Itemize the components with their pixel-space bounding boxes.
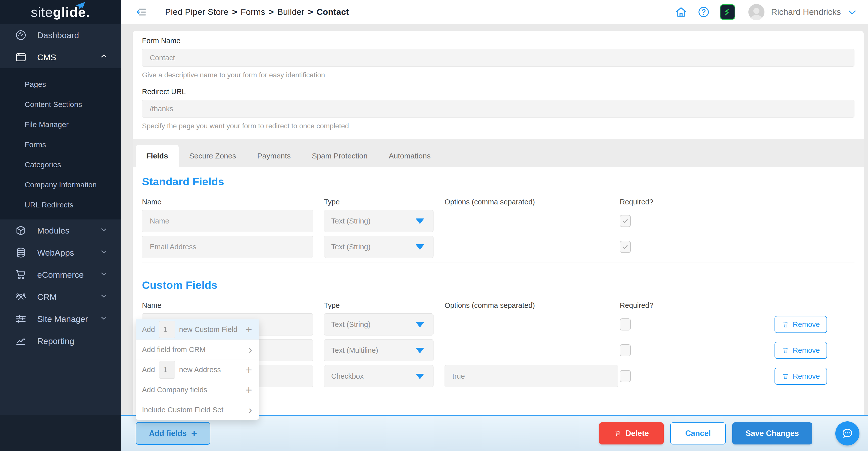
sidebar-subitem-content-sections[interactable]: Content Sections <box>0 94 121 115</box>
home-icon[interactable] <box>675 5 688 19</box>
cancel-button[interactable]: Cancel <box>670 422 726 445</box>
sidebar-subitem-forms[interactable]: Forms <box>0 135 121 155</box>
chevron-down-icon[interactable] <box>847 7 858 17</box>
field-type-select[interactable]: Checkbox <box>324 365 434 387</box>
sidebar-subitem-pages[interactable]: Pages <box>0 74 121 94</box>
menu-item-add-address[interactable]: Add new Address + <box>136 360 259 380</box>
sidebar-nav: Dashboard CMS Pages Content Sections Fil… <box>0 24 121 451</box>
field-type-value: Text (String) <box>331 243 370 251</box>
redirect-url-input[interactable] <box>142 100 855 118</box>
required-checkbox[interactable] <box>620 344 631 356</box>
field-type-value: Text (String) <box>331 320 370 329</box>
field-options-input[interactable] <box>444 365 618 387</box>
chat-support-button[interactable] <box>835 421 860 446</box>
standard-fields-heading: Standard Fields <box>142 175 855 188</box>
remove-field-button[interactable]: Remove <box>775 316 827 333</box>
sidebar-subitem-url-redirects[interactable]: URL Redirects <box>0 195 121 215</box>
sidebar-item-webapps[interactable]: WebApps <box>0 241 121 264</box>
menu-item-add-field-from-crm[interactable]: Add field from CRM › <box>136 340 259 360</box>
tab-fields[interactable]: Fields <box>136 145 179 167</box>
required-checkbox-checked[interactable] <box>620 241 631 253</box>
field-type-value: Text (Multiline) <box>331 346 378 355</box>
sidebar-item-cms[interactable]: CMS <box>0 46 121 68</box>
chevron-down-icon <box>99 225 108 236</box>
field-type-select[interactable]: Text (String) <box>324 313 434 335</box>
required-checkbox[interactable] <box>620 370 631 382</box>
sidebar-item-dashboard[interactable]: Dashboard <box>0 24 121 46</box>
avatar[interactable] <box>748 4 765 20</box>
sidebar-subitem-file-manager[interactable]: File Manager <box>0 115 121 135</box>
form-name-input[interactable] <box>142 49 855 67</box>
cancel-label: Cancel <box>685 429 711 438</box>
sidebar-item-reporting[interactable]: Reporting <box>0 330 121 352</box>
sidebar-item-crm[interactable]: CRM <box>0 286 121 308</box>
sidebar-subitem-company-information[interactable]: Company Information <box>0 175 121 195</box>
remove-field-button[interactable]: Remove <box>775 342 827 359</box>
menu-item-add-custom-field[interactable]: Add new Custom Field + <box>136 319 259 340</box>
sidebar-item-label: CMS <box>37 53 56 62</box>
plus-icon: + <box>246 384 252 395</box>
field-name-input[interactable] <box>142 236 313 258</box>
menu-item-text: new Custom Field <box>179 325 238 334</box>
field-name-input[interactable] <box>142 210 313 232</box>
tab-spam-protection[interactable]: Spam Protection <box>301 145 378 167</box>
sidebar-item-label: Modules <box>37 226 70 235</box>
tab-payments[interactable]: Payments <box>247 145 301 167</box>
required-checkbox-checked[interactable] <box>620 215 631 227</box>
form-name-help: Give a descriptive name to your form for… <box>142 71 855 79</box>
app-window: siteglide. Dashboard CMS Pages <box>0 0 868 451</box>
sidebar-subitem-categories[interactable]: Categories <box>0 155 121 175</box>
sidebar-item-site-manager[interactable]: Site Manager <box>0 308 121 330</box>
siteglide-logo[interactable]: siteglide. <box>0 0 121 24</box>
chevron-right-icon: › <box>249 405 252 415</box>
column-name: Name <box>142 198 161 206</box>
add-fields-button[interactable]: Add fields + <box>136 422 210 445</box>
tab-automations[interactable]: Automations <box>378 145 441 167</box>
tab-secure-zones[interactable]: Secure Zones <box>179 145 247 167</box>
required-checkbox[interactable] <box>620 318 631 330</box>
breadcrumb-separator: > <box>269 7 274 17</box>
user-name[interactable]: Richard Hendricks <box>771 7 841 17</box>
address-count-input[interactable] <box>159 361 175 379</box>
topbar: Pied Piper Store>Forms>Builder>Contact R… <box>121 0 868 24</box>
sidebar-item-ecommerce[interactable]: eCommerce <box>0 264 121 286</box>
field-type-select[interactable]: Text (String) <box>324 210 434 232</box>
column-options: Options (comma separated) <box>444 301 535 310</box>
breadcrumb-site[interactable]: Pied Piper Store <box>165 7 228 17</box>
chevron-right-icon: › <box>249 345 252 355</box>
menu-item-text: Add Company fields <box>142 386 207 394</box>
menu-item-text: new Address <box>179 366 221 374</box>
logo-part-site: site <box>31 4 53 20</box>
breadcrumb[interactable]: Pied Piper Store>Forms>Builder>Contact <box>165 7 349 17</box>
database-icon <box>14 246 27 259</box>
form-name-label: Form Name <box>142 37 855 45</box>
menu-item-text: Include Custom Field Set <box>142 406 223 414</box>
columns-header: Name Type Options (comma separated) Requ… <box>142 301 855 311</box>
plus-icon: + <box>246 324 252 335</box>
menu-item-include-custom-field-set[interactable]: Include Custom Field Set › <box>136 400 259 420</box>
breadcrumb-builder[interactable]: Builder <box>277 7 305 17</box>
menu-item-add-company-fields[interactable]: Add Company fields + <box>136 380 259 400</box>
help-icon[interactable] <box>697 5 710 19</box>
chevron-down-icon <box>99 269 108 280</box>
content-area: Form Name Give a descriptive name to you… <box>121 24 868 451</box>
dropdown-arrow-icon <box>416 219 424 224</box>
remove-field-button[interactable]: Remove <box>775 367 827 385</box>
dropdown-arrow-icon <box>416 374 424 379</box>
section-divider <box>142 262 855 262</box>
field-type-select[interactable]: Text (Multiline) <box>324 339 434 361</box>
save-changes-button[interactable]: Save Changes <box>732 422 812 445</box>
add-fields-menu: Add new Custom Field + Add field from CR… <box>136 319 259 420</box>
delete-button[interactable]: Delete <box>599 422 664 445</box>
sidebar-item-label: Reporting <box>37 336 74 346</box>
siteglide-app-icon[interactable] <box>720 4 735 20</box>
remove-label: Remove <box>793 372 820 381</box>
collapse-sidebar-icon[interactable] <box>135 5 148 19</box>
field-type-select[interactable]: Text (String) <box>324 236 434 258</box>
column-options: Options (comma separated) <box>444 198 535 206</box>
breadcrumb-forms[interactable]: Forms <box>241 7 266 17</box>
custom-field-count-input[interactable] <box>159 321 175 338</box>
sidebar-item-modules[interactable]: Modules <box>0 220 121 241</box>
redirect-url-help: Specify the page you want your form to r… <box>142 122 855 130</box>
standard-field-row: Text (String) <box>142 236 855 258</box>
